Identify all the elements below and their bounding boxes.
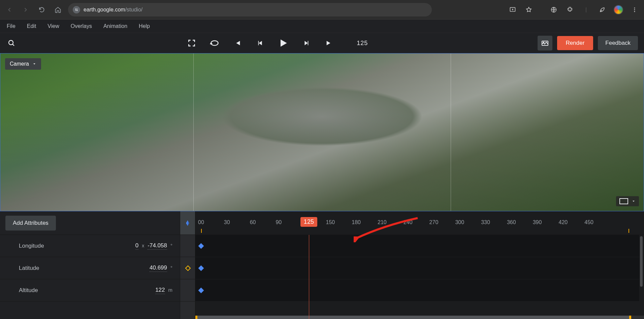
timeline-tracks[interactable]: 0030609015018021024027030033036039042045… — [195, 211, 644, 319]
camera-dropdown-label: Camera — [10, 61, 29, 67]
ruler-tick: 420 — [558, 219, 568, 225]
attribute-prefix-value[interactable]: 0 — [135, 242, 138, 250]
attribute-prefix-unit: x — [142, 243, 144, 248]
current-frame-counter[interactable]: 125 — [357, 40, 368, 47]
out-marker[interactable] — [629, 229, 629, 233]
skip-start-icon[interactable] — [232, 38, 243, 48]
range-bar[interactable] — [197, 316, 629, 319]
keyframe-toggle-longitude[interactable] — [180, 235, 196, 257]
step-back-icon[interactable] — [255, 38, 266, 48]
add-attributes-button[interactable]: Add Attributes — [5, 216, 56, 231]
menu-animation[interactable]: Animation — [103, 23, 127, 29]
attribute-unit: ° — [170, 265, 172, 271]
ruler-tick: 240 — [404, 219, 413, 225]
menu-overlays[interactable]: Overlays — [71, 23, 92, 29]
leaf-icon[interactable] — [596, 4, 608, 16]
keyframe-toggle-altitude[interactable] — [180, 279, 196, 302]
loop-icon[interactable] — [209, 38, 220, 48]
timeline-attributes-column: Add Attributes Longitude 0 x -74.058 ° — [0, 211, 195, 319]
attribute-row-longitude[interactable]: Longitude 0 x -74.058 ° — [0, 235, 180, 257]
ruler-tick: 210 — [378, 219, 387, 225]
aspect-dropdown[interactable] — [616, 196, 639, 206]
reload-icon[interactable] — [36, 4, 48, 16]
camera-dropdown[interactable]: Camera — [5, 58, 41, 70]
range-out-handle[interactable] — [629, 316, 631, 319]
snapshot-button[interactable] — [538, 36, 552, 50]
attribute-row-altitude[interactable]: Altitude 122 m — [0, 279, 180, 302]
skip-end-icon[interactable] — [324, 38, 334, 48]
fullscreen-icon[interactable] — [186, 38, 197, 48]
ruler-tick: 180 — [352, 219, 361, 225]
attribute-unit: ° — [170, 243, 172, 248]
chevron-down-icon — [32, 62, 36, 66]
menu-help[interactable]: Help — [139, 23, 150, 29]
svg-point-7 — [634, 9, 635, 10]
browser-chrome-bar: earth.google.com/studio/ | — [0, 0, 644, 20]
keyframe-master-toggle[interactable] — [180, 211, 195, 235]
ruler-tick: 00 — [198, 219, 204, 225]
svg-point-12 — [543, 42, 544, 43]
attribute-label: Longitude — [19, 243, 135, 249]
menu-view[interactable]: View — [47, 23, 59, 29]
extensions-icon[interactable] — [564, 4, 576, 16]
attribute-unit: m — [168, 287, 173, 293]
feedback-button[interactable]: Feedback — [598, 36, 638, 50]
ruler-tick: 360 — [507, 219, 516, 225]
kebab-menu-icon[interactable] — [629, 4, 641, 16]
app-menu-bar: File Edit View Overlays Animation Help — [0, 20, 644, 33]
in-marker[interactable] — [201, 229, 202, 233]
ruler-tick: 270 — [429, 219, 439, 225]
play-icon[interactable] — [278, 38, 289, 48]
track-longitude[interactable] — [195, 235, 639, 257]
svg-line-10 — [12, 44, 14, 46]
keyframe-icon[interactable] — [198, 243, 204, 249]
svg-point-6 — [634, 7, 635, 8]
playhead-badge[interactable]: 125 — [300, 217, 317, 227]
keyframe-icon[interactable] — [198, 287, 204, 293]
search-icon[interactable] — [6, 38, 17, 48]
svg-point-9 — [9, 40, 13, 45]
map-viewport[interactable]: Camera — [0, 53, 644, 211]
attribute-label: Altitude — [19, 287, 155, 294]
svg-point-2 — [77, 10, 77, 11]
track-altitude[interactable] — [195, 279, 639, 302]
svg-point-8 — [634, 11, 635, 12]
site-settings-icon[interactable] — [73, 6, 80, 13]
globe-icon[interactable] — [548, 4, 560, 16]
ruler-tick: 90 — [276, 219, 282, 225]
url-text: earth.google.com/studio/ — [84, 7, 142, 13]
attribute-value[interactable]: 122 — [155, 287, 165, 294]
timeline-scrollbar[interactable] — [640, 236, 643, 287]
divider: | — [580, 4, 592, 16]
attribute-label: Latitude — [19, 265, 150, 272]
menu-edit[interactable]: Edit — [27, 23, 36, 29]
ruler-tick: 300 — [455, 219, 464, 225]
ruler-tick: 330 — [481, 219, 490, 225]
menu-file[interactable]: File — [7, 23, 15, 29]
bookmark-star-icon[interactable] — [523, 4, 535, 16]
attribute-value[interactable]: -74.058 — [148, 242, 167, 250]
svg-rect-13 — [620, 199, 628, 204]
step-forward-icon[interactable] — [301, 38, 312, 48]
render-button[interactable]: Render — [557, 36, 593, 50]
address-bar[interactable]: earth.google.com/studio/ — [68, 3, 432, 16]
safe-guide-left — [193, 54, 194, 211]
playhead-line[interactable] — [309, 235, 309, 319]
timeline-ruler[interactable]: 0030609015018021024027030033036039042045… — [195, 211, 644, 235]
install-app-icon[interactable] — [507, 4, 519, 16]
home-icon[interactable] — [52, 4, 64, 16]
keyframe-icon[interactable] — [198, 265, 204, 271]
ruler-tick: 30 — [224, 219, 230, 225]
attribute-value[interactable]: 40.699 — [150, 264, 167, 272]
range-strip[interactable] — [195, 316, 644, 319]
playback-toolbar: 125 Render Feedback — [0, 33, 644, 53]
timeline-panel: Add Attributes Longitude 0 x -74.058 ° — [0, 211, 644, 319]
ruler-tick: 150 — [326, 219, 335, 225]
forward-icon[interactable] — [20, 4, 32, 16]
track-latitude[interactable] — [195, 257, 639, 279]
back-icon[interactable] — [3, 4, 15, 16]
safe-guide-right — [451, 54, 451, 211]
attribute-row-latitude[interactable]: Latitude 40.699 ° — [0, 257, 180, 279]
profile-avatar[interactable] — [612, 4, 624, 16]
keyframe-toggle-latitude[interactable] — [180, 257, 196, 279]
